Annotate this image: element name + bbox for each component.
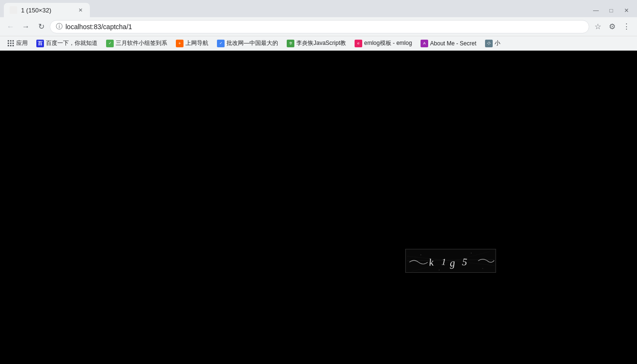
aboutme-favicon: A bbox=[421, 40, 428, 47]
bookmark-shangwang[interactable]: + 上网导航 bbox=[172, 38, 212, 49]
bookmark-aboutme-label: About Me - Secret bbox=[430, 40, 476, 47]
svg-point-11 bbox=[482, 268, 483, 269]
bookmark-shangwang-label: 上网导航 bbox=[185, 39, 208, 47]
bookmark-sanyue[interactable]: ✓ 三月软件小组签到系 bbox=[102, 38, 171, 49]
bookmark-liyan[interactable]: 李 李炎恢JavaScript教 bbox=[283, 38, 350, 49]
tab-title: 1 (150×32) bbox=[21, 7, 51, 14]
tab-favicon bbox=[10, 6, 17, 14]
bookmark-small[interactable]: 小 小 bbox=[481, 38, 504, 49]
bookmark-liyan-label: 李炎恢JavaScript教 bbox=[296, 39, 346, 47]
bookmarks-bar: 应用 百 百度一下，你就知道 ✓ 三月软件小组签到系 + 上网导航 ✓ bbox=[0, 36, 637, 51]
bookmark-small-label: 小 bbox=[495, 39, 500, 47]
svg-point-8 bbox=[421, 255, 421, 256]
svg-text:g: g bbox=[449, 257, 455, 269]
baidu-favicon: 百 bbox=[36, 40, 44, 47]
sanyue-favicon: ✓ bbox=[106, 40, 114, 47]
bookmark-star-button[interactable]: ☆ bbox=[591, 20, 605, 33]
reload-button[interactable]: ↻ bbox=[34, 20, 48, 33]
active-tab[interactable]: 1 (150×32) ✕ bbox=[4, 3, 90, 17]
close-button[interactable]: ✕ bbox=[620, 4, 633, 17]
tab-bar: 1 (150×32) ✕ — □ ✕ bbox=[0, 0, 637, 17]
address-bar[interactable]: ⓘ localhost:83/captcha/1 bbox=[50, 20, 589, 33]
bookmark-baidu[interactable]: 百 百度一下，你就知道 bbox=[32, 38, 101, 49]
bookmark-pigai-label: 批改网—中国最大的 bbox=[227, 39, 278, 47]
captcha-svg: k 1 g 5 bbox=[406, 249, 496, 272]
bookmark-sanyue-label: 三月软件小组签到系 bbox=[116, 39, 167, 47]
nav-bar: ← → ↻ ⓘ localhost:83/captcha/1 ☆ ⚙ ⋮ bbox=[0, 17, 637, 36]
emlog-favicon: e bbox=[355, 40, 362, 47]
apps-grid-icon bbox=[8, 40, 14, 47]
svg-text:5: 5 bbox=[462, 256, 467, 268]
svg-point-9 bbox=[439, 269, 440, 270]
shangwang-favicon: + bbox=[176, 40, 184, 47]
tab-close-button[interactable]: ✕ bbox=[76, 6, 84, 14]
bookmark-pigai[interactable]: ✓ 批改网—中国最大的 bbox=[213, 38, 282, 49]
minimize-button[interactable]: — bbox=[589, 4, 603, 17]
forward-button[interactable]: → bbox=[19, 20, 32, 33]
pigai-favicon: ✓ bbox=[217, 40, 225, 47]
extensions-button[interactable]: ⚙ bbox=[605, 20, 619, 33]
nav-right-buttons: ☆ ⚙ ⋮ bbox=[591, 20, 633, 33]
bookmark-apps-label: 应用 bbox=[16, 39, 28, 47]
menu-button[interactable]: ⋮ bbox=[620, 20, 633, 33]
liyan-favicon: 李 bbox=[287, 40, 294, 47]
maximize-button[interactable]: □ bbox=[605, 4, 618, 17]
url-text: localhost:83/captcha/1 bbox=[65, 23, 583, 31]
svg-text:1: 1 bbox=[441, 257, 446, 267]
svg-point-10 bbox=[471, 253, 472, 254]
back-button[interactable]: ← bbox=[4, 20, 17, 33]
browser-chrome: 1 (150×32) ✕ — □ ✕ ← → ↻ ⓘ localhost:83/… bbox=[0, 0, 637, 51]
page-content: k 1 g 5 bbox=[0, 51, 637, 364]
bookmark-apps[interactable]: 应用 bbox=[4, 38, 32, 49]
tab-right-controls: — □ ✕ bbox=[589, 4, 633, 17]
bookmark-aboutme[interactable]: A About Me - Secret bbox=[417, 38, 480, 49]
small-favicon: 小 bbox=[485, 40, 493, 47]
bookmark-emlog[interactable]: e emlog模板 - emlog bbox=[351, 38, 416, 49]
bookmark-baidu-label: 百度一下，你就知道 bbox=[46, 39, 97, 47]
captcha-image: k 1 g 5 bbox=[405, 249, 496, 273]
security-icon: ⓘ bbox=[56, 22, 63, 31]
bookmark-emlog-label: emlog模板 - emlog bbox=[364, 39, 412, 47]
